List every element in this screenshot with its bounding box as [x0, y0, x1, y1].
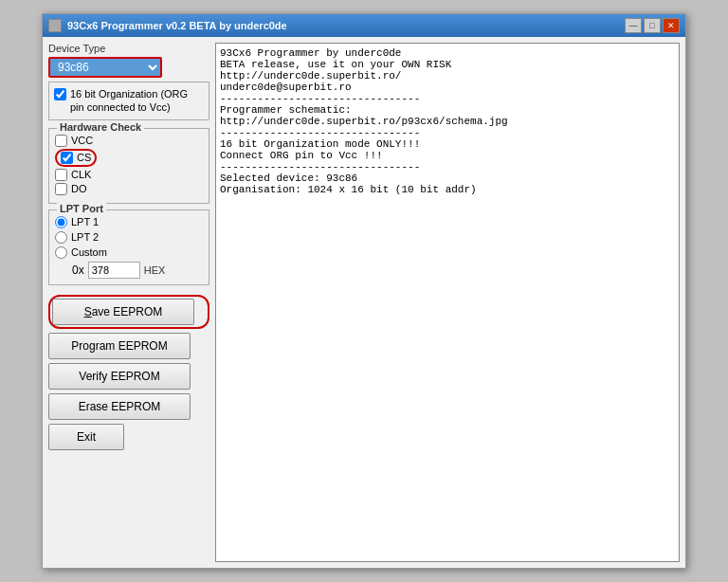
close-button[interactable]: ✕ — [663, 18, 680, 33]
buttons-area: Save EEPROM Program EEPROM Verify EEPROM… — [48, 295, 209, 562]
hw-cs-label: CS — [77, 152, 91, 163]
app-icon — [48, 19, 62, 32]
program-eeprom-button[interactable]: Program EEPROM — [48, 333, 191, 359]
hw-cs-item: CS — [55, 149, 203, 167]
save-btn-wrapper: Save EEPROM — [48, 295, 209, 329]
custom-radio[interactable] — [55, 246, 67, 259]
minimize-button[interactable]: — — [625, 18, 642, 33]
title-bar: 93Cx6 Programmer v0.2 BETA by underc0de … — [43, 14, 685, 37]
hw-clk-item: CLK — [55, 169, 203, 181]
left-panel: Device Type 93c86 93c46 93c56 93c66 93c7… — [48, 43, 209, 562]
verify-btn-label: Verify EEPROM — [79, 370, 159, 383]
info-textarea[interactable] — [215, 43, 680, 562]
hardware-check-group: Hardware Check VCC CS CLK D — [48, 128, 209, 204]
main-window: 93Cx6 Programmer v0.2 BETA by underc0de … — [42, 13, 686, 569]
device-select-wrapper: 93c86 93c46 93c56 93c66 93c76 — [48, 57, 209, 78]
lpt1-label: LPT 1 — [71, 216, 99, 227]
maximize-button[interactable]: □ — [644, 18, 661, 33]
device-type-section: Device Type 93c86 93c46 93c56 93c66 93c7… — [48, 43, 209, 120]
right-panel — [215, 43, 680, 562]
lpt1-item: LPT 1 — [55, 216, 203, 228]
save-btn-label: Save EEPROM — [84, 305, 163, 318]
hardware-check-title: Hardware Check — [57, 121, 144, 133]
custom-item: Custom — [55, 246, 203, 259]
org-pin-label[interactable]: 16 bit Organization (ORG pin connected t… — [54, 87, 204, 115]
hw-do-item: DO — [55, 183, 203, 195]
lpt2-item: LPT 2 — [55, 231, 203, 244]
window-title: 93Cx6 Programmer v0.2 BETA by underc0de — [67, 20, 287, 31]
org-check-area: 16 bit Organization (ORG pin connected t… — [48, 82, 209, 120]
hex-label: HEX — [144, 264, 166, 276]
lpt-port-group: LPT Port LPT 1 LPT 2 Custom 0x HEX — [48, 209, 209, 285]
custom-hex-input[interactable] — [88, 262, 140, 279]
lpt2-label: LPT 2 — [71, 231, 99, 243]
hw-cs-highlight: CS — [55, 149, 97, 167]
content-area: Device Type 93c86 93c46 93c56 93c66 93c7… — [43, 37, 685, 568]
exit-btn-label: Exit — [77, 430, 96, 444]
hw-vcc-item: VCC — [55, 135, 203, 147]
hw-clk-label: CLK — [71, 169, 91, 180]
title-bar-left: 93Cx6 Programmer v0.2 BETA by underc0de — [48, 19, 287, 32]
hw-do-checkbox[interactable] — [55, 183, 67, 195]
hw-do-label: DO — [71, 183, 87, 194]
org-pin-checkbox[interactable] — [54, 88, 66, 100]
program-btn-label: Program EEPROM — [71, 339, 167, 353]
hw-vcc-label: VCC — [71, 135, 93, 146]
hw-cs-checkbox[interactable] — [61, 152, 73, 164]
device-select[interactable]: 93c86 93c46 93c56 93c66 93c76 — [48, 57, 162, 78]
org-pin-text: 16 bit Organization (ORG pin connected t… — [70, 87, 204, 115]
verify-eeprom-button[interactable]: Verify EEPROM — [48, 363, 191, 390]
hw-vcc-checkbox[interactable] — [55, 135, 67, 147]
lpt2-radio[interactable] — [55, 231, 67, 244]
lpt1-radio[interactable] — [55, 216, 67, 228]
erase-btn-label: Erase EEPROM — [79, 400, 161, 413]
title-bar-controls: — □ ✕ — [625, 18, 680, 33]
erase-eeprom-button[interactable]: Erase EEPROM — [48, 393, 191, 420]
lpt-port-title: LPT Port — [57, 203, 106, 214]
save-eeprom-button[interactable]: Save EEPROM — [52, 299, 194, 325]
hw-clk-checkbox[interactable] — [55, 169, 67, 181]
custom-prefix: 0x — [72, 264, 84, 277]
custom-label: Custom — [71, 246, 107, 258]
device-type-label: Device Type — [48, 43, 209, 54]
custom-row: 0x HEX — [72, 262, 203, 279]
exit-button[interactable]: Exit — [48, 424, 124, 450]
